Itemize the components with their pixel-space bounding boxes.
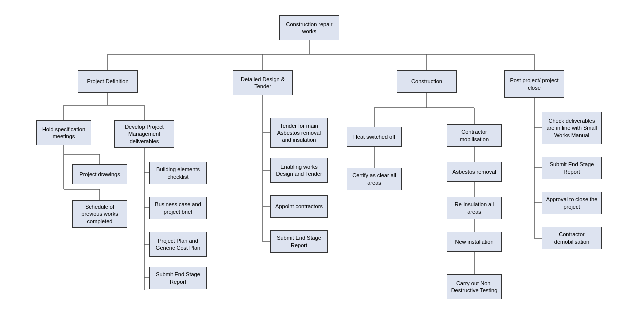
appoint-contractors-node: Appoint contractors [270,195,328,218]
diagram: Construction repair works Project Defini… [0,0,644,334]
new-installation-node: New installation [447,232,502,252]
project-definition-node: Project Definition [78,70,138,93]
submit-end-stage-1-node: Submit End Stage Report [149,267,207,289]
heat-switched-off-node: Heat switched off [347,127,402,147]
submit-end-stage-2-node: Submit End Stage Report [270,230,328,253]
root-node: Construction repair works [279,15,339,40]
business-case-project-brief-node: Business case and project brief [149,197,207,219]
construction-node: Construction [397,70,457,93]
tender-main-asbestos-node: Tender for main Asbestos removal and ins… [270,118,328,148]
check-deliverables-node: Check deliverables are in line with Smal… [542,112,602,144]
approval-close-project-node: Approval to close the project [542,192,602,214]
certify-clear-areas-node: Certify as clear all areas [347,168,402,190]
asbestos-removal-node: Asbestos removal [447,162,502,182]
detailed-design-tender-node: Detailed Design & Tender [233,70,293,95]
building-elements-checklist-node: Building elements checklist [149,162,207,184]
project-plan-cost-plan-node: Project Plan and Generic Cost Plan [149,232,207,257]
submit-end-stage-3-node: Submit End Stage Report [542,157,602,179]
project-drawings-node: Project drawings [72,164,127,184]
contractor-mobilisation-node: Contractor mobilisation [447,124,502,147]
enabling-works-node: Enabling works Design and Tender [270,158,328,183]
develop-pm-deliverables-node: Develop Project Management deliverables [114,120,174,148]
contractor-demobilisation-node: Contractor demobilisation [542,227,602,249]
schedule-prev-works-node: Schedule of previous works completed [72,200,127,228]
ndt-node: Carry out Non-Destructive Testing [447,274,502,299]
hold-spec-meetings-node: Hold specification meetings [36,120,91,145]
post-project-close-node: Post project/ project close [504,70,564,98]
reinsulation-node: Re-insulation all areas [447,197,502,219]
